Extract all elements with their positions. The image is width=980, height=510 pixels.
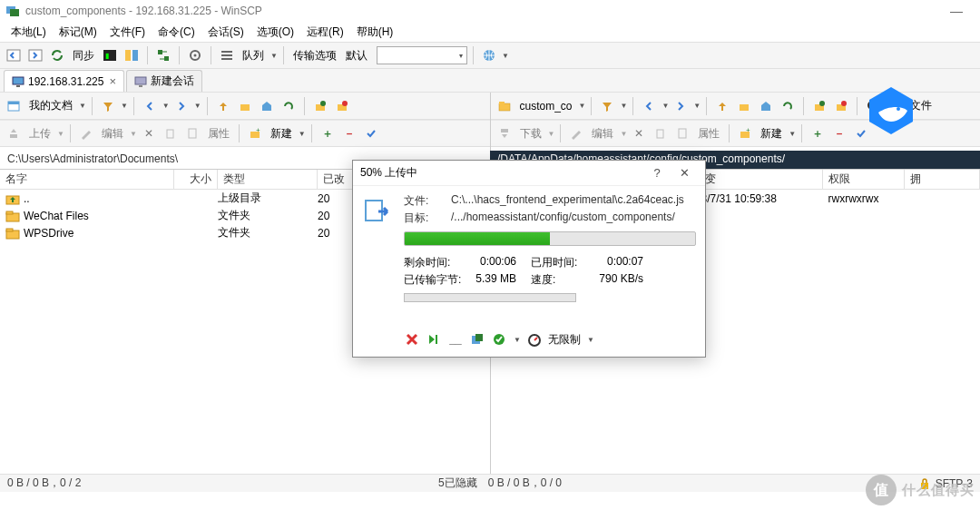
right-bookmark2-icon[interactable]	[831, 96, 851, 116]
left-home-icon[interactable]	[257, 96, 277, 116]
minimize-transfer-icon[interactable]: __	[447, 331, 464, 348]
dialog-close-button[interactable]: ✕	[671, 166, 698, 180]
once-done-icon[interactable]	[491, 331, 507, 348]
left-drive-label[interactable]: 我的文档	[25, 98, 76, 113]
left-edit-icon	[76, 123, 96, 143]
speed-limit-label[interactable]: 无限制	[548, 332, 581, 348]
left-new-label[interactable]: 新建	[267, 126, 296, 142]
queue-progress	[404, 293, 576, 302]
menu-file[interactable]: 文件(F)	[106, 23, 149, 42]
background-icon[interactable]	[469, 331, 485, 348]
left-col-type[interactable]: 类型	[218, 170, 318, 189]
svg-rect-7	[132, 50, 138, 61]
menu-mark[interactable]: 标记(M)	[55, 23, 101, 42]
speed-limit-icon[interactable]	[526, 331, 543, 348]
compare-icon[interactable]	[122, 45, 142, 65]
svg-point-26	[342, 101, 348, 106]
status-right-selection: 0 B / 0 B，0 / 0	[488, 476, 562, 491]
svg-rect-32	[499, 103, 510, 111]
left-drive-icon[interactable]	[4, 96, 24, 116]
menu-remote[interactable]: 远程(R)	[303, 23, 348, 42]
terminal-icon[interactable]: ▮	[100, 45, 120, 65]
queue-icon[interactable]	[217, 45, 237, 65]
left-root-icon[interactable]	[235, 96, 255, 116]
tab-close-icon[interactable]: ×	[109, 74, 116, 88]
new-session-tab[interactable]: 新建会话	[126, 70, 202, 92]
transfer-default-label[interactable]: 默认	[342, 48, 371, 64]
left-minus-icon[interactable]: －	[339, 123, 359, 143]
svg-rect-1	[10, 9, 19, 16]
svg-rect-55	[436, 335, 437, 344]
svg-point-11	[194, 54, 197, 57]
menu-local[interactable]: 本地(L)	[7, 23, 50, 42]
left-copy-icon	[161, 123, 181, 143]
left-col-size[interactable]: 大小	[174, 170, 218, 189]
menu-command[interactable]: 命令(C)	[154, 23, 199, 42]
dlg-remaining-value: 0:00:06	[467, 255, 531, 270]
transfer-preset-combo[interactable]: ▾	[377, 46, 467, 64]
left-back-icon[interactable]	[140, 96, 160, 116]
queue-label[interactable]: 队列	[239, 48, 268, 64]
dlg-target-label: 目标:	[404, 211, 451, 226]
right-back-icon[interactable]	[639, 96, 659, 116]
sync-browse-icon[interactable]	[47, 45, 67, 65]
right-edit-label: 编辑	[588, 126, 617, 142]
svg-rect-16	[13, 77, 24, 84]
right-home-icon[interactable]	[756, 96, 776, 116]
svg-rect-28	[167, 130, 173, 138]
session-tab-active[interactable]: 192.168.31.225 ×	[4, 70, 124, 92]
right-fwd-icon[interactable]	[671, 96, 691, 116]
svg-rect-49	[6, 229, 13, 231]
globe-dropdown[interactable]: ▼	[502, 52, 509, 60]
nav-back-icon[interactable]	[4, 45, 24, 65]
minimize-button[interactable]: —	[938, 4, 975, 18]
left-new-icon[interactable]: +	[245, 123, 265, 143]
new-session-label: 新建会话	[151, 74, 194, 89]
left-props-label: 属性	[204, 126, 233, 142]
nav-fwd-icon[interactable]	[25, 45, 45, 65]
right-refresh-icon[interactable]	[778, 96, 798, 116]
menu-help[interactable]: 帮助(H)	[353, 23, 397, 42]
sync-label[interactable]: 同步	[69, 48, 98, 64]
left-col-name[interactable]: 名字	[0, 170, 174, 189]
prefs-gear-icon[interactable]	[185, 45, 205, 65]
right-new-label[interactable]: 新建	[757, 126, 786, 142]
right-drive-icon[interactable]	[495, 96, 514, 116]
svg-rect-41	[657, 130, 663, 138]
left-filter-icon[interactable]	[98, 96, 118, 116]
cancel-transfer-icon[interactable]	[404, 331, 420, 348]
right-plus-icon[interactable]: ＋	[808, 123, 828, 143]
left-tools-bar: 上传▼ 编辑▼ ✕ 属性 + 新建▼ ＋ －	[0, 120, 490, 147]
right-new-icon[interactable]: +	[735, 123, 755, 143]
right-col-owner[interactable]: 拥	[905, 170, 981, 189]
menu-options[interactable]: 选项(O)	[253, 23, 298, 42]
right-drive-dropdown[interactable]: ▼	[579, 102, 586, 110]
queue-dropdown[interactable]: ▼	[270, 52, 278, 60]
svg-rect-33	[499, 102, 505, 104]
right-col-perm[interactable]: 权限	[823, 170, 905, 189]
right-filter-icon[interactable]	[597, 96, 617, 116]
right-minus-icon[interactable]: －	[829, 123, 849, 143]
svg-point-36	[819, 101, 825, 106]
left-refresh-icon[interactable]	[279, 96, 299, 116]
left-fwd-icon[interactable]	[172, 96, 191, 116]
left-bookmark1-icon[interactable]	[310, 96, 330, 116]
globe-icon[interactable]	[479, 45, 499, 65]
right-up-icon[interactable]	[712, 96, 732, 116]
left-plus-icon[interactable]: ＋	[318, 123, 338, 143]
svg-text:+: +	[256, 127, 260, 134]
dialog-help-button[interactable]: ?	[643, 166, 671, 180]
left-bookmark2-icon[interactable]	[332, 96, 352, 116]
right-bookmark1-icon[interactable]	[809, 96, 829, 116]
left-up-icon[interactable]	[213, 96, 233, 116]
right-edit-icon	[566, 123, 586, 143]
left-drive-dropdown[interactable]: ▼	[79, 102, 86, 110]
sync-dirs-icon[interactable]	[153, 45, 173, 65]
menu-session[interactable]: 会话(S)	[204, 23, 248, 42]
left-check-icon[interactable]	[361, 123, 381, 143]
progress-bar	[404, 231, 696, 246]
dialog-title: 50% 上传中	[360, 165, 643, 181]
skip-file-icon[interactable]	[426, 331, 442, 348]
right-root-icon[interactable]	[734, 96, 754, 116]
right-drive-label[interactable]: custom_co	[516, 100, 576, 113]
